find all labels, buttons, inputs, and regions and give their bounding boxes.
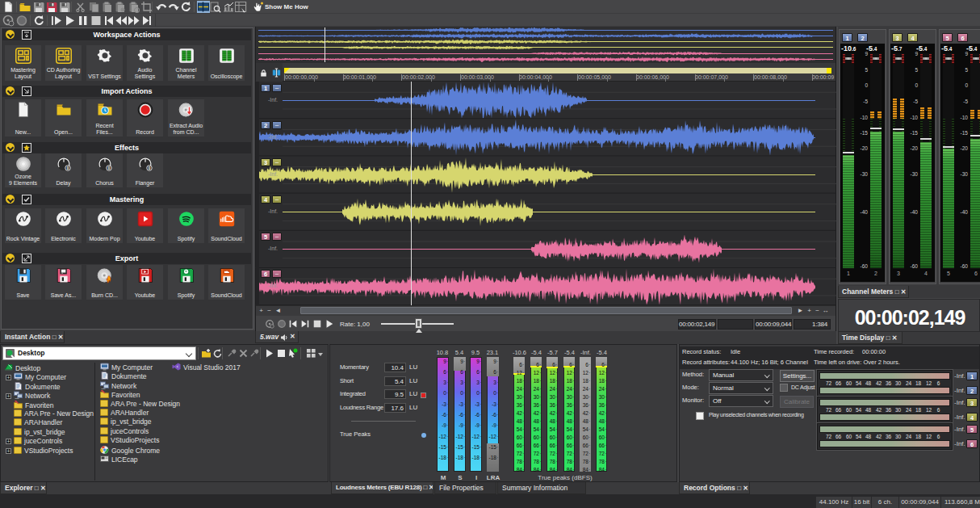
svg-text:0: 0 bbox=[148, 166, 150, 170]
svg-text:0: 0 bbox=[66, 166, 69, 170]
svg-text:0: 0 bbox=[107, 166, 110, 170]
